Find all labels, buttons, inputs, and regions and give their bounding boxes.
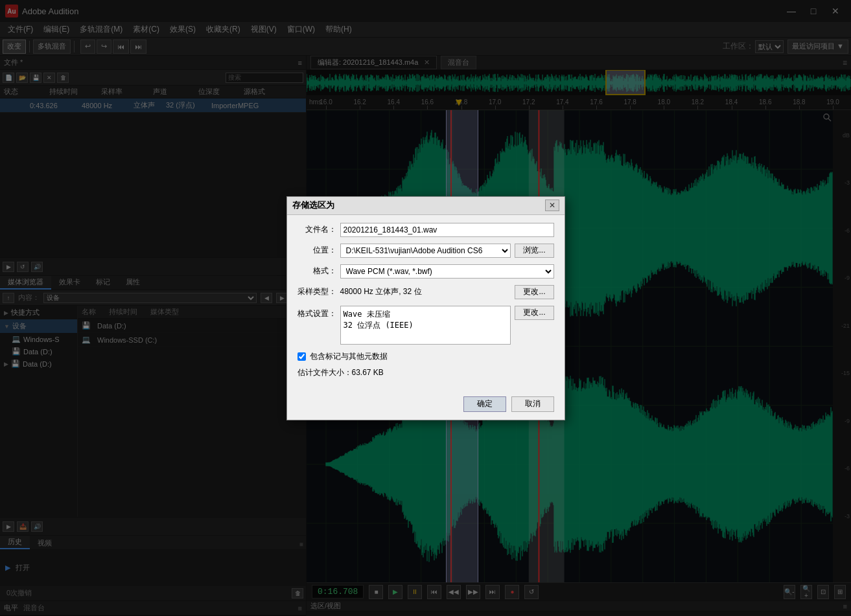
dialog-checkbox-row: 包含标记与其他元数据 xyxy=(297,351,554,362)
dialog-change2-btn[interactable]: 更改... xyxy=(515,306,554,320)
dialog-sample-label: 采样类型： xyxy=(297,286,336,297)
dialog-checkbox-label: 包含标记与其他元数据 xyxy=(310,351,388,362)
dialog-cancel-btn[interactable]: 取消 xyxy=(511,396,554,412)
dialog-filename-label: 文件名： xyxy=(297,224,336,235)
dialog-formatsettings-textarea xyxy=(340,306,511,345)
dialog-footer: 确定 取消 xyxy=(287,391,565,420)
dialog-filesize-row: 估计文件大小：63.67 KB xyxy=(297,367,554,378)
save-dialog: 存储选区为 ✕ 文件名： document.querySelector('[da… xyxy=(286,196,565,420)
dialog-ok-btn[interactable]: 确定 xyxy=(463,396,506,412)
dialog-sample-row: 采样类型： 48000 Hz 立体声, 32 位 更改... xyxy=(297,285,554,299)
dialog-filename-input[interactable] xyxy=(340,223,554,237)
dialog-location-row: 位置： D:\KEIL-531\vujian\Adobe Audition CS… xyxy=(297,244,554,258)
dialog-close-btn[interactable]: ✕ xyxy=(545,200,559,211)
dialog-location-label: 位置： xyxy=(297,245,336,256)
dialog-sample-val: 48000 Hz 立体声, 32 位 xyxy=(340,286,511,297)
dialog-title: 存储选区为 xyxy=(292,200,545,211)
dialog-format-select[interactable]: Wave PCM (*.wav, *.bwf) xyxy=(340,264,554,279)
dialog-filename-row: 文件名： document.querySelector('[data-name=… xyxy=(297,223,554,237)
dialog-format-label: 格式： xyxy=(297,266,336,277)
dialog-titlebar: 存储选区为 ✕ xyxy=(287,197,565,215)
modal-overlay[interactable]: 存储选区为 ✕ 文件名： document.querySelector('[da… xyxy=(0,0,851,616)
dialog-location-select[interactable]: D:\KEIL-531\vujian\Adobe Audition CS6 xyxy=(340,244,511,258)
dialog-change1-btn[interactable]: 更改... xyxy=(515,285,554,299)
dialog-formatsettings-row: 格式设置： 更改... xyxy=(297,306,554,345)
dialog-formatsettings-label: 格式设置： xyxy=(297,306,336,319)
dialog-metadata-checkbox[interactable] xyxy=(297,352,306,361)
dialog-filesize-label: 估计文件大小：63.67 KB xyxy=(297,367,384,378)
dialog-browse-btn[interactable]: 浏览... xyxy=(515,244,554,258)
dialog-format-row: 格式： Wave PCM (*.wav, *.bwf) xyxy=(297,264,554,279)
dialog-body: 文件名： document.querySelector('[data-name=… xyxy=(287,215,565,391)
